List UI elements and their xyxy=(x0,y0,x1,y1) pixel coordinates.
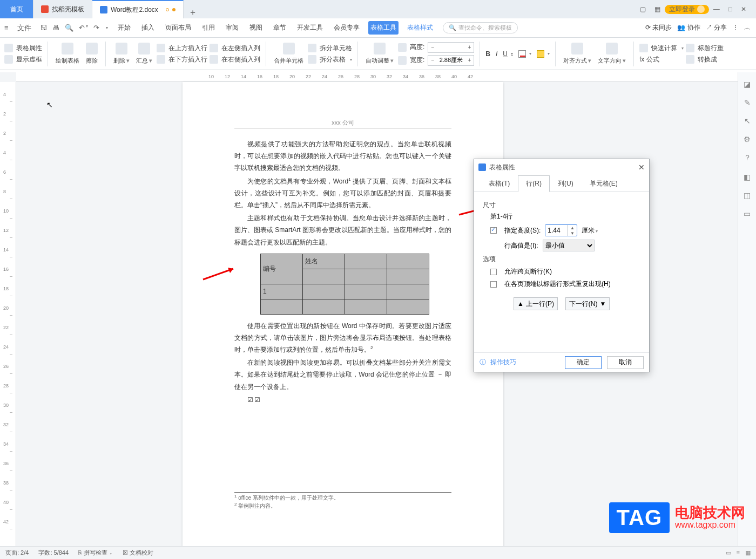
document-table[interactable]: 编号姓名 1 xyxy=(260,254,429,315)
tab-table[interactable]: 表格(T) xyxy=(481,175,518,192)
menu-table-style[interactable]: 表格样式 xyxy=(405,21,435,35)
para-3[interactable]: 主题和样式也有助于文档保持协调。当您单击设计并选择新的主题时，图片、图表或 Sm… xyxy=(234,212,451,248)
rpane-icon-5[interactable]: ◧ xyxy=(744,173,751,181)
textdir-button[interactable]: 文字方向▾ xyxy=(596,39,628,69)
quickcalc-button[interactable]: 快速计算▾ xyxy=(639,44,684,53)
spell-check[interactable]: ⎘ 拼写检查 ▾ xyxy=(78,549,113,557)
rpane-icon-6[interactable]: ◫ xyxy=(744,191,751,200)
row-height-select[interactable]: 最小值 xyxy=(543,240,595,251)
layout-icon-2[interactable]: ▦ xyxy=(650,5,665,13)
menu-start[interactable]: 开始 xyxy=(116,21,133,35)
menu-view[interactable]: 视图 xyxy=(247,21,265,35)
menu-review[interactable]: 审阅 xyxy=(224,21,241,35)
erase-button[interactable]: 擦除 xyxy=(84,39,100,69)
underline-button[interactable]: U▾ xyxy=(503,50,513,58)
share-button[interactable]: ↗ 分享 xyxy=(706,23,727,32)
split-cell-button[interactable]: 拆分单元格 xyxy=(308,44,352,53)
rpane-icon-3[interactable]: ⚙ xyxy=(744,135,751,144)
undo-icon[interactable]: ↶▾ xyxy=(79,24,88,32)
restore-button[interactable]: □ xyxy=(724,5,737,13)
font-color-button[interactable]: ▾ xyxy=(518,50,531,58)
insert-col-right[interactable]: 在右侧插入列 xyxy=(210,55,260,64)
menu-reference[interactable]: 引用 xyxy=(200,21,217,35)
autofit-button[interactable]: 自动调整▾ xyxy=(363,39,396,69)
dialog-titlebar[interactable]: 表格属性✕ xyxy=(474,159,649,175)
ok-button[interactable]: 确定 xyxy=(565,356,602,369)
menu-table-tool[interactable]: 表格工具 xyxy=(368,21,399,35)
allow-break-checkbox[interactable] xyxy=(490,269,497,275)
total-button[interactable]: 汇总▾ xyxy=(134,39,154,69)
show-frame-button[interactable]: 显示虚框 xyxy=(4,55,42,64)
word-count[interactable]: 字数: 5/844 xyxy=(38,549,69,557)
menu-layout[interactable]: 页面布局 xyxy=(163,21,193,35)
delete-button[interactable]: 删除▾ xyxy=(111,39,132,69)
view-mode-1[interactable]: ▭ xyxy=(726,549,731,556)
print-icon[interactable]: 🖶 xyxy=(52,24,59,32)
cell-th1[interactable]: 编号 xyxy=(261,254,303,284)
file-menu[interactable]: 文件 xyxy=(14,21,35,35)
cancel-button[interactable]: 取消 xyxy=(607,356,644,369)
menu-devtools[interactable]: 开发工具 xyxy=(295,21,325,35)
next-row-button[interactable]: 下一行(N) ▼ xyxy=(565,297,610,310)
login-button[interactable]: 立即登录 xyxy=(665,5,709,14)
para-4[interactable]: 使用在需要位置出现的新按钮在 Word 中保存时间。若要更改图片适应文档的方式，… xyxy=(234,320,451,356)
close-window-button[interactable]: ✕ xyxy=(737,5,751,13)
prev-row-button[interactable]: ▲ 上一行(P) xyxy=(514,297,558,310)
cell-r1[interactable]: 1 xyxy=(261,284,303,299)
tab-document[interactable]: Word教程2.docx xyxy=(92,0,184,18)
draw-table-button[interactable]: 绘制表格 xyxy=(53,39,82,69)
bold-button[interactable]: B xyxy=(485,50,490,58)
ruler-horizontal[interactable]: 1012141618202224262830323436384042 xyxy=(16,72,738,82)
insert-col-left[interactable]: 在左侧插入列 xyxy=(210,44,260,53)
split-table-button[interactable]: 拆分表格▾ xyxy=(308,55,352,64)
coop-button[interactable]: 👥 协作 xyxy=(677,23,700,32)
ruler-vertical[interactable]: 4224681012141618202224262830323436384042 xyxy=(0,82,16,546)
para-1[interactable]: 视频提供了功能强大的方法帮助您证明您的观点。当您单击联机视频时，可以在想要添加的… xyxy=(234,138,451,174)
menu-section[interactable]: 章节 xyxy=(271,21,288,35)
doc-proof[interactable]: ☒ 文档校对 xyxy=(123,549,153,557)
rpane-icon-2[interactable]: ↖ xyxy=(744,117,751,125)
page[interactable]: xxx 公司 视频提供了功能强大的方法帮助您证明您的观点。当您单击联机视频时，可… xyxy=(183,82,503,559)
cell-th2[interactable]: 姓名 xyxy=(303,254,345,269)
view-mode-3[interactable]: ▦ xyxy=(745,549,751,556)
menu-vip[interactable]: 会员专享 xyxy=(332,21,362,35)
spec-height-input[interactable]: ▲▼ xyxy=(545,224,577,236)
dialog-close-button[interactable]: ✕ xyxy=(638,163,645,172)
save-icon[interactable]: 🖫 xyxy=(40,24,47,32)
convert-button[interactable]: 转换成 xyxy=(686,55,724,64)
rpane-icon-7[interactable]: ▭ xyxy=(744,209,751,218)
menu-insert[interactable]: 插入 xyxy=(139,21,157,35)
page-status[interactable]: 页面: 2/4 xyxy=(5,549,29,557)
height-spinner[interactable]: −+ xyxy=(428,42,474,53)
tab-col[interactable]: 列(U) xyxy=(550,175,582,192)
insert-row-above[interactable]: 在上方插入行 xyxy=(157,44,207,53)
qt-more[interactable]: ▾ xyxy=(106,25,108,30)
tab-home[interactable]: 首页 xyxy=(0,0,33,18)
redo-icon[interactable]: ↷ xyxy=(93,24,99,32)
tab-cell[interactable]: 单元格(E) xyxy=(582,175,626,192)
tab-row[interactable]: 行(R) xyxy=(518,175,550,192)
formula-button[interactable]: fx 公式 xyxy=(639,55,684,64)
titlerow-button[interactable]: 标题行重 xyxy=(686,44,724,53)
rpane-icon-4[interactable]: ？ xyxy=(744,153,751,163)
rpane-icon-0[interactable]: ◪ xyxy=(744,80,751,88)
align-button[interactable]: 对齐方式▾ xyxy=(561,39,593,69)
layout-icon-1[interactable]: ▢ xyxy=(636,5,650,13)
spec-height-checkbox[interactable] xyxy=(490,227,497,234)
italic-button[interactable]: I xyxy=(496,50,497,58)
unit-dropdown[interactable]: 厘米▾ xyxy=(582,226,598,235)
new-tab-button[interactable]: ＋ xyxy=(184,7,202,18)
minimize-button[interactable]: ― xyxy=(709,5,724,13)
tips-link[interactable]: 操作技巧 xyxy=(490,358,516,367)
insert-row-below[interactable]: 在下方插入行 xyxy=(157,55,207,64)
tab-templates[interactable]: 找稻壳模板 xyxy=(33,0,92,18)
width-spinner[interactable]: −+ xyxy=(428,55,474,66)
repeat-header-checkbox[interactable] xyxy=(490,281,497,288)
sync-status[interactable]: ⟳ 未同步 xyxy=(645,23,672,32)
checkboxes[interactable] xyxy=(234,394,451,406)
table-props-button[interactable]: 表格属性 xyxy=(4,44,42,53)
merge-cell-button[interactable]: 合并单元格 xyxy=(272,39,306,69)
rpane-icon-1[interactable]: ✎ xyxy=(744,98,751,107)
highlight-button[interactable]: ▾ xyxy=(537,50,550,58)
search-box[interactable]: 🔍 查找命令、搜索模板 xyxy=(443,22,518,33)
